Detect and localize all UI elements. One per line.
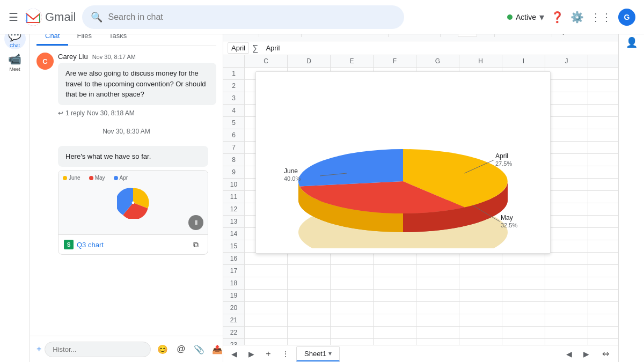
grid-cell[interactable] — [374, 277, 416, 289]
grid-cell[interactable] — [502, 302, 545, 314]
grid-cell[interactable] — [416, 339, 459, 345]
grid-cell[interactable] — [459, 314, 502, 326]
grid-cell[interactable] — [288, 265, 331, 277]
grid-cell[interactable] — [374, 290, 416, 301]
grid-cell[interactable] — [545, 92, 588, 104]
grid-cell[interactable] — [545, 80, 588, 92]
grid-cell[interactable] — [459, 339, 502, 345]
right-tab-person[interactable]: 👤 — [622, 33, 641, 52]
grid-cell[interactable] — [374, 314, 416, 326]
grid-cell[interactable] — [416, 253, 459, 264]
grid-cell[interactable] — [331, 290, 374, 301]
grid-cell[interactable] — [331, 302, 374, 314]
grid-cell[interactable] — [416, 327, 459, 338]
grid-cell[interactable] — [331, 265, 374, 277]
grid-cell[interactable] — [245, 302, 288, 314]
scroll-left-button[interactable]: ◀ — [562, 348, 575, 360]
grid-cell[interactable] — [502, 314, 545, 326]
add-content-button[interactable]: + — [36, 342, 41, 357]
grid-cell[interactable] — [545, 117, 588, 129]
grid-cell[interactable] — [416, 302, 459, 314]
grid-cell[interactable] — [416, 290, 459, 301]
grid-cell[interactable] — [331, 277, 374, 289]
cell-ref-box[interactable]: April — [228, 42, 249, 54]
grid-cell[interactable] — [288, 277, 331, 289]
grid-cell[interactable] — [502, 339, 545, 345]
sheet-tab-1[interactable]: Sheet1 ▾ — [296, 346, 340, 361]
grid-cell[interactable] — [545, 327, 588, 338]
grid-cell[interactable] — [545, 154, 588, 166]
grid-cell[interactable] — [288, 314, 331, 326]
grid-cell[interactable] — [545, 290, 588, 301]
pause-button-overlay[interactable]: ⏸ — [188, 215, 203, 230]
grid-cell[interactable] — [245, 339, 288, 345]
active-dropdown-icon[interactable]: ▾ — [539, 11, 544, 23]
grid-cell[interactable] — [545, 302, 588, 314]
search-bar[interactable]: 🔍 — [82, 5, 404, 29]
grid-cell[interactable] — [545, 339, 588, 345]
hamburger-menu[interactable]: ☰ — [9, 11, 18, 24]
grid-cell[interactable] — [459, 302, 502, 314]
search-input[interactable] — [108, 12, 396, 22]
grid-cell[interactable] — [545, 277, 588, 289]
grid-cell[interactable] — [374, 339, 416, 345]
grid-cell[interactable] — [288, 253, 331, 264]
grid-cell[interactable] — [288, 339, 331, 345]
expand-panel-button[interactable]: ⇔ — [597, 345, 614, 363]
grid-cell[interactable] — [374, 327, 416, 338]
sidebar-item-meet[interactable]: 📹 Meet — [4, 51, 26, 73]
apps-icon[interactable]: ⋮⋮ — [590, 11, 612, 24]
grid-cell[interactable] — [545, 216, 588, 227]
grid-cell[interactable] — [545, 203, 588, 215]
grid-cell[interactable] — [288, 302, 331, 314]
grid-cell[interactable] — [545, 191, 588, 203]
grid-cell[interactable] — [374, 302, 416, 314]
grid-cell[interactable] — [502, 265, 545, 277]
grid-cell[interactable] — [545, 105, 588, 116]
grid-cell[interactable] — [331, 253, 374, 264]
grid-cell[interactable] — [416, 314, 459, 326]
chart-file-name[interactable]: Q3 chart — [77, 241, 104, 249]
grid-cell[interactable] — [374, 265, 416, 277]
settings-icon[interactable]: ⚙️ — [570, 11, 584, 24]
chart-attachment[interactable]: June May Apr ⏸ S Q3 chart — [58, 170, 208, 255]
grid-cell[interactable] — [459, 327, 502, 338]
grid-cell[interactable] — [245, 327, 288, 338]
grid-cell[interactable] — [545, 314, 588, 326]
grid-cell[interactable] — [416, 265, 459, 277]
grid-cell[interactable] — [245, 290, 288, 301]
grid-cell[interactable] — [545, 240, 588, 252]
grid-cell[interactable] — [502, 253, 545, 264]
grid-cell[interactable] — [502, 277, 545, 289]
grid-cell[interactable] — [288, 290, 331, 301]
grid-cell[interactable] — [288, 327, 331, 338]
grid-cell[interactable] — [245, 253, 288, 264]
grid-cell[interactable] — [331, 339, 374, 345]
grid-cell[interactable] — [459, 290, 502, 301]
grid-cell[interactable] — [545, 166, 588, 178]
chat-input[interactable] — [45, 342, 151, 357]
grid-cell[interactable] — [545, 129, 588, 141]
grid-cell[interactable] — [545, 179, 588, 190]
attach-button[interactable]: 📎 — [191, 341, 208, 358]
reply-row-1[interactable]: ↩ 1 reply Nov 30, 8:18 AM — [58, 109, 216, 117]
grid-cell[interactable] — [459, 265, 502, 277]
sheet-nav-right[interactable]: ▶ — [245, 348, 258, 360]
mention-button[interactable]: @ — [172, 341, 189, 358]
grid-cell[interactable] — [245, 314, 288, 326]
grid-cell[interactable] — [545, 253, 588, 264]
grid-cell[interactable] — [545, 142, 588, 153]
grid-cell[interactable] — [459, 277, 502, 289]
copy-link-button[interactable]: ⧉ — [189, 238, 202, 251]
sheet-nav-left[interactable]: ◀ — [228, 348, 240, 360]
grid-cell[interactable] — [545, 228, 588, 240]
add-sheet-button[interactable]: + — [262, 348, 275, 360]
grid-cell[interactable] — [502, 290, 545, 301]
grid-cell[interactable] — [416, 277, 459, 289]
grid-cell[interactable] — [545, 265, 588, 277]
scroll-right-button[interactable]: ▶ — [580, 348, 592, 360]
more-sheets-button[interactable]: ⋮ — [279, 348, 292, 360]
grid-cell[interactable] — [502, 327, 545, 338]
profile-avatar[interactable]: G — [618, 9, 635, 26]
grid-cell[interactable] — [459, 253, 502, 264]
